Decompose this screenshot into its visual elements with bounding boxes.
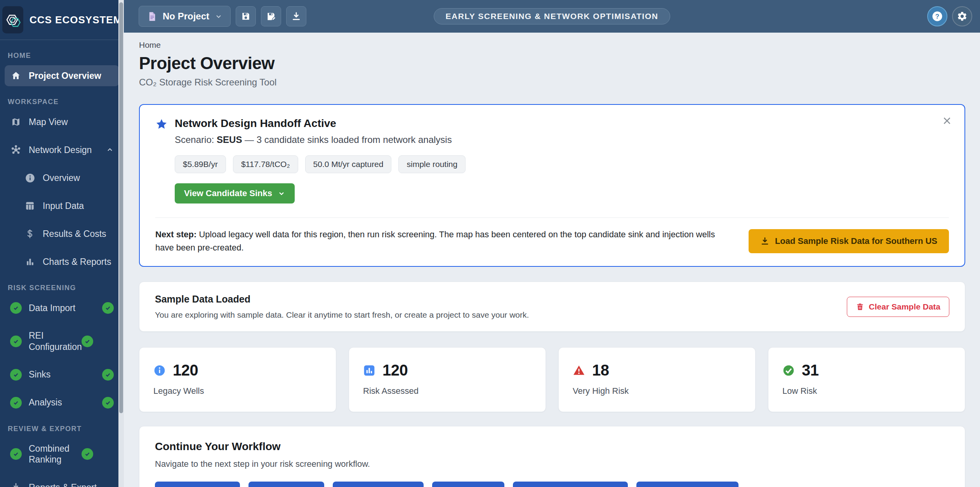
download-icon bbox=[10, 482, 22, 487]
check-circle-icon bbox=[82, 336, 93, 347]
workflow-card: Continue Your Workflow Navigate to the n… bbox=[139, 426, 965, 487]
stat-value: 120 bbox=[382, 362, 408, 379]
network-design-submenu: Overview Input Data Results & Costs bbox=[5, 167, 119, 272]
check-circle-icon bbox=[102, 302, 114, 314]
map-icon bbox=[10, 116, 22, 128]
sample-data-banner: Sample Data Loaded You are exploring wit… bbox=[139, 282, 965, 332]
sidebar-item-rei-configuration[interactable]: REI Configuration bbox=[5, 325, 119, 357]
sidebar-item-network-design[interactable]: Network Design bbox=[5, 139, 119, 160]
sidebar-item-label: Overview bbox=[43, 172, 114, 184]
workflow-title: Continue Your Workflow bbox=[155, 440, 949, 453]
sidebar-item-label: Combined Ranking bbox=[29, 443, 75, 466]
close-icon[interactable] bbox=[941, 115, 953, 127]
sidebar-nav: HOME Project Overview WORKSPACE Map View bbox=[0, 52, 124, 487]
combined-ranking-button[interactable]: Combined Ranking bbox=[513, 482, 627, 487]
sidebar-item-label: Project Overview bbox=[29, 70, 114, 82]
workflow-buttons: Data Import Map View Run Analysis Sinks … bbox=[155, 482, 949, 487]
network-handoff-card: Network Design Handoff Active Scenario: … bbox=[139, 104, 965, 267]
project-selector-label: No Project bbox=[163, 11, 209, 22]
data-import-button[interactable]: Data Import bbox=[155, 482, 240, 487]
stat-value: 120 bbox=[173, 362, 198, 379]
home-icon bbox=[10, 70, 22, 82]
gear-icon bbox=[957, 11, 968, 22]
question-icon: ? bbox=[931, 10, 943, 22]
save-as-button[interactable] bbox=[261, 6, 281, 26]
network-design-button[interactable]: Network Design bbox=[636, 482, 738, 487]
stat-label: Legacy Wells bbox=[153, 386, 322, 396]
download-icon bbox=[291, 11, 301, 21]
sidebar-item-label: REI Configuration bbox=[29, 330, 75, 353]
sidebar-item-results-costs[interactable]: Results & Costs bbox=[19, 223, 119, 244]
sample-banner-description: You are exploring with sample data. Clea… bbox=[155, 310, 529, 320]
clear-sample-data-button[interactable]: Clear Sample Data bbox=[847, 297, 949, 317]
check-circle-icon bbox=[782, 364, 795, 377]
save-edit-icon bbox=[266, 11, 276, 21]
svg-text:?: ? bbox=[935, 13, 939, 20]
sidebar-item-charts-reports[interactable]: Charts & Reports bbox=[19, 251, 119, 272]
sidebar-item-label: Network Design bbox=[29, 144, 97, 156]
page-subtitle: CO₂ Storage Risk Screening Tool bbox=[139, 77, 965, 88]
info-circle-icon bbox=[153, 364, 166, 377]
sidebar-item-combined-ranking[interactable]: Combined Ranking bbox=[5, 438, 119, 470]
sidebar-item-overview[interactable]: Overview bbox=[19, 167, 119, 188]
handoff-title: Network Design Handoff Active bbox=[175, 117, 466, 130]
app-logo bbox=[2, 6, 23, 33]
section-label-review-export: REVIEW & EXPORT bbox=[8, 425, 116, 433]
check-circle-icon bbox=[10, 302, 22, 314]
info-circle-icon bbox=[24, 172, 36, 184]
map-view-button[interactable]: Map View bbox=[248, 482, 324, 487]
project-selector-button[interactable]: No Project bbox=[139, 6, 231, 27]
sidebar-item-label: Map View bbox=[29, 117, 114, 128]
sidebar-item-label: Sinks bbox=[29, 369, 95, 380]
check-circle-icon bbox=[10, 336, 22, 347]
sidebar-header: CCS ECOSYSTEM bbox=[0, 0, 124, 40]
content-column: No Project EARLY SCREENING & NETWORK OPT… bbox=[124, 0, 980, 487]
sample-banner-title: Sample Data Loaded bbox=[155, 294, 529, 305]
breadcrumb[interactable]: Home bbox=[139, 40, 965, 50]
sidebar-item-input-data[interactable]: Input Data bbox=[19, 195, 119, 216]
stat-card-low-risk: 31 Low Risk bbox=[768, 347, 965, 412]
check-circle-icon bbox=[102, 397, 114, 409]
main-content: Home Project Overview CO₂ Storage Risk S… bbox=[124, 33, 980, 487]
stat-card-very-high-risk: 18 Very High Risk bbox=[558, 347, 756, 412]
app-root: CCS ECOSYSTEM HOME Project Overview WORK… bbox=[0, 0, 980, 487]
view-candidate-sinks-button[interactable]: View Candidate Sinks bbox=[175, 183, 295, 203]
run-analysis-button[interactable]: Run Analysis bbox=[333, 482, 424, 487]
sidebar-item-label: Input Data bbox=[43, 200, 114, 212]
file-icon bbox=[147, 11, 157, 22]
stats-row: 120 Legacy Wells 120 Risk Assessed bbox=[139, 347, 965, 412]
sidebar-scrollbar bbox=[118, 0, 124, 487]
sidebar-item-project-overview[interactable]: Project Overview bbox=[5, 65, 119, 86]
sidebar-item-label: Reports & Export bbox=[29, 482, 114, 487]
stat-card-risk-assessed: 120 Risk Assessed bbox=[349, 347, 546, 412]
mode-badge: EARLY SCREENING & NETWORK OPTIMISATION bbox=[434, 8, 671, 24]
sidebar-item-reports-export[interactable]: Reports & Export bbox=[5, 477, 119, 487]
sidebar-item-map-view[interactable]: Map View bbox=[5, 111, 119, 132]
metric-badge: simple routing bbox=[398, 155, 466, 173]
save-button[interactable] bbox=[236, 6, 256, 26]
stat-label: Risk Assessed bbox=[363, 386, 532, 396]
brand-title: CCS ECOSYSTEM bbox=[30, 14, 122, 26]
check-circle-icon bbox=[10, 369, 22, 381]
next-step-text: Next step: Upload legacy well data for t… bbox=[155, 228, 733, 254]
sidebar-item-analysis[interactable]: Analysis bbox=[5, 392, 119, 413]
settings-button[interactable] bbox=[952, 6, 972, 26]
section-label-workspace: WORKSPACE bbox=[8, 98, 116, 106]
next-step-section: Next step: Upload legacy well data for t… bbox=[155, 217, 949, 254]
load-sample-risk-data-button[interactable]: Load Sample Risk Data for Southern US bbox=[749, 229, 949, 253]
metric-badge: $5.89B/yr bbox=[175, 155, 226, 173]
sidebar-item-sinks[interactable]: Sinks bbox=[5, 364, 119, 385]
page-title: Project Overview bbox=[139, 54, 965, 73]
stat-card-legacy-wells: 120 Legacy Wells bbox=[139, 347, 336, 412]
stat-label: Very High Risk bbox=[573, 386, 741, 396]
chevron-up-icon bbox=[106, 146, 114, 154]
ccs-logo-icon bbox=[2, 9, 23, 30]
metric-badge: $117.78/tCO₂ bbox=[233, 155, 298, 173]
stat-label: Low Risk bbox=[782, 386, 951, 396]
star-icon bbox=[155, 118, 168, 130]
sinks-button[interactable]: Sinks (3) bbox=[432, 482, 505, 487]
sidebar-item-data-import[interactable]: Data Import bbox=[5, 297, 119, 318]
download-project-button[interactable] bbox=[286, 6, 306, 26]
help-button[interactable]: ? bbox=[927, 6, 947, 26]
sidebar-scrollbar-thumb[interactable] bbox=[119, 2, 123, 413]
